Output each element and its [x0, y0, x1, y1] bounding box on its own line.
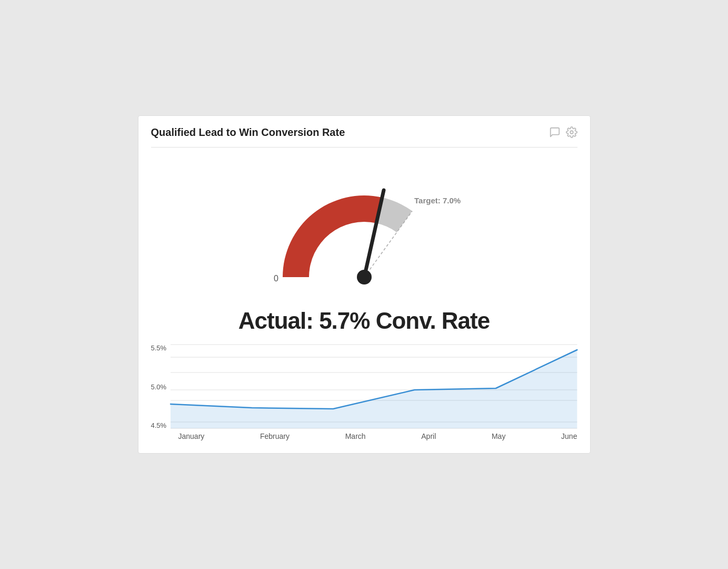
gauge-target-label-svg: Target: 7.0% — [414, 196, 461, 205]
chart-area: 5.5% 5.0% 4.5% — [151, 345, 577, 429]
actual-label: Actual: 5.7% Conv. Rate — [151, 308, 577, 334]
dashboard-card: Qualified Lead to Win Conversion Rate — [138, 115, 591, 454]
svg-point-0 — [570, 131, 573, 134]
y-label-bot: 4.5% — [151, 422, 167, 429]
header-icons — [549, 126, 577, 141]
x-label-mar: March — [345, 432, 366, 440]
x-label-may: May — [492, 432, 505, 440]
x-label-apr: April — [421, 432, 436, 440]
y-label-mid: 5.0% — [151, 384, 167, 390]
x-label-feb: February — [260, 432, 290, 440]
chart-svg — [171, 345, 577, 429]
chart-fill-area — [171, 350, 577, 428]
x-label-jan: January — [178, 432, 205, 440]
gear-icon[interactable] — [566, 126, 577, 141]
x-axis: January February March April May June — [151, 432, 577, 440]
gauge-needle-pivot — [357, 270, 372, 284]
gauge-svg: 0 Target: 7.0% — [254, 172, 475, 288]
chart-section: 5.5% 5.0% 4.5% — [151, 345, 577, 440]
gauge-container: 0 Target: 7.0% — [254, 172, 475, 288]
chart-inner — [171, 345, 577, 429]
gauge-zero-label: 0 — [274, 274, 278, 283]
gauge-section: 0 Target: 7.0% — [151, 156, 577, 303]
card-header: Qualified Lead to Win Conversion Rate — [151, 126, 577, 148]
comment-icon[interactable] — [549, 126, 561, 141]
card-title: Qualified Lead to Win Conversion Rate — [151, 126, 345, 139]
x-label-jun: June — [561, 432, 577, 440]
y-axis: 5.5% 5.0% 4.5% — [151, 345, 171, 429]
y-label-top: 5.5% — [151, 345, 167, 351]
